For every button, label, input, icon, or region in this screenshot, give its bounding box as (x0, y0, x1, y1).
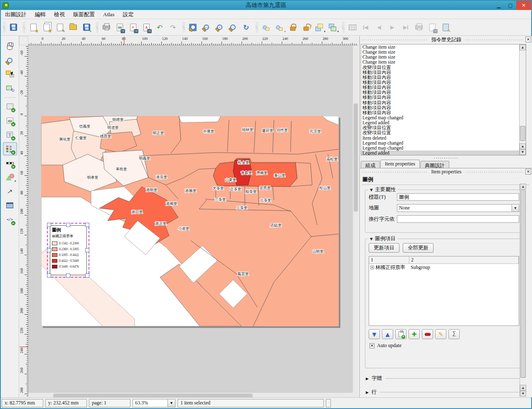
atlas-next-button[interactable]: ▶ (386, 21, 399, 34)
history-entry[interactable]: Change item size (361, 44, 526, 49)
edit-item-button[interactable]: ✎ (435, 329, 446, 339)
history-entry[interactable]: 移動項目內容 (361, 100, 526, 105)
toolbar-drag-handle[interactable] (23, 22, 25, 33)
history-entry[interactable]: 移動項目內容 (361, 85, 526, 90)
load-from-template-button[interactable] (67, 21, 79, 34)
export-pdf-button[interactable]: A→ (140, 21, 153, 34)
add-shape-button[interactable]: ▾ (3, 170, 17, 184)
toolbar-drag-handle[interactable] (256, 22, 258, 33)
history-entry[interactable]: 移動項目內容 (361, 70, 526, 75)
move-item-content-button[interactable]: ↻ (3, 82, 17, 95)
tree-column-2[interactable]: 2 (409, 256, 519, 264)
remove-item-button[interactable] (422, 329, 433, 339)
add-legend-button[interactable]: + (3, 142, 17, 155)
atlas-first-button[interactable]: ◀ (360, 21, 372, 34)
selection-handle[interactable] (47, 223, 51, 227)
add-item-button[interactable]: ✚ (409, 329, 420, 339)
atlas-last-button[interactable]: ▶ (399, 21, 412, 34)
scroll-up-icon[interactable]: ▲ (520, 44, 526, 50)
map-select[interactable]: None ▼ (397, 204, 519, 212)
add-html-button[interactable]: </>+ (3, 213, 17, 226)
save-as-template-button[interactable]: ✎ (80, 21, 93, 34)
select-move-item-button[interactable] (260, 21, 272, 34)
history-entry[interactable]: Legend map changed (361, 115, 526, 120)
select-move-item-button[interactable] (3, 68, 17, 81)
undo-button[interactable]: ↶ (153, 21, 166, 34)
history-entry[interactable]: Change item size (361, 54, 526, 59)
export-image-button[interactable]: → (113, 21, 126, 34)
zoom-in-button[interactable]: + (213, 21, 226, 34)
history-entry[interactable]: 移動項目內容 (361, 95, 526, 100)
wrap-char-input[interactable] (397, 215, 519, 223)
new-composition-button[interactable]: ★ (27, 21, 39, 34)
selection-handle[interactable] (66, 273, 70, 278)
atlas-export-button[interactable]: → (426, 21, 438, 34)
export-svg-button[interactable]: ✳→ (127, 21, 139, 34)
chevron-down-icon[interactable]: ▼ (512, 204, 519, 212)
history-entry[interactable]: Legend added (361, 120, 526, 125)
unlock-items-button[interactable] (300, 21, 312, 34)
section-2[interactable]: ▶行 (366, 389, 522, 396)
add-arrow-button[interactable]: ↗ (3, 185, 17, 198)
move-item-content-button[interactable]: ▪ (273, 21, 286, 34)
tree-row-layer[interactable]: + 林國正得票率 Subgroup (369, 264, 519, 271)
history-entry[interactable]: Legend map changed (361, 140, 526, 145)
atlas-preview-button[interactable] (346, 21, 359, 34)
zoom-button[interactable] (3, 54, 17, 67)
history-entry[interactable]: 改變項目位置 (361, 125, 526, 130)
selection-handle[interactable] (85, 223, 89, 227)
atlas-print-button[interactable] (413, 21, 425, 34)
selection-handle[interactable] (47, 273, 51, 278)
add-group-button[interactable] (395, 329, 406, 339)
legend-items-header[interactable]: ▼圖例項目 (368, 235, 398, 242)
add-map-button[interactable]: + (3, 100, 17, 113)
duplicate-composition-button[interactable]: ★ (40, 21, 53, 34)
expand-icon[interactable]: + (370, 266, 374, 269)
history-entry[interactable]: Legend added (361, 150, 526, 155)
menu-item-5[interactable]: Atlas (99, 10, 118, 19)
chevron-down-icon[interactable]: ▼ (167, 399, 175, 407)
composer-canvas[interactable]: 信義里明禮里明道里興化里仁愛里德昌里明正里明義里草衙里明孝里港后里港明里港興里港… (28, 45, 352, 392)
move-item-up-button[interactable]: ▲ (382, 329, 393, 339)
composition-manager-button[interactable]: ✎ (54, 21, 66, 34)
tab-2[interactable]: Item properties (380, 160, 420, 168)
add-image-button[interactable]: + (3, 114, 17, 127)
legend-items-tree[interactable]: 1 2 + 林國正得票率 Subgroup (369, 256, 519, 326)
history-entry[interactable]: Item deleted (361, 136, 526, 140)
tab-1[interactable]: 組成 (361, 161, 380, 168)
history-entry[interactable]: 移動項目內容 (361, 75, 526, 80)
raise-items-button[interactable]: ▾ (326, 21, 339, 34)
update-item-button[interactable]: 更新項目 (369, 243, 399, 253)
history-entry[interactable]: Change item size (361, 49, 526, 54)
properties-scrollbar[interactable]: ▲ ▲ ▼ (520, 184, 526, 397)
scroll-up2-icon[interactable]: ▲ (520, 385, 526, 391)
scroll-down-icon[interactable]: ▼ (520, 391, 526, 397)
menu-item-4[interactable]: 版面配置 (69, 10, 99, 19)
legend-title-input[interactable] (397, 193, 519, 201)
refresh-view-button[interactable]: ↻ (240, 21, 252, 34)
history-entry[interactable]: 改變項目位置 (361, 65, 526, 70)
group-items-button[interactable]: ▾ (313, 21, 325, 34)
composition-page[interactable]: 信義里明禮里明道里興化里仁愛里德昌里明正里明義里草衙里明孝里港后里港明里港興里港… (41, 116, 339, 326)
tree-column-1[interactable]: 1 (369, 256, 409, 264)
history-close-icon[interactable]: ✕ (525, 37, 531, 42)
add-attribute-table-button[interactable] (3, 199, 17, 212)
print-button[interactable] (100, 21, 113, 34)
scroll-up2-icon[interactable]: ▲ (520, 143, 526, 149)
panel-splitter[interactable] (360, 156, 532, 160)
count-features-button[interactable]: Σ (448, 329, 460, 339)
canvas-vertical-scrollbar[interactable] (352, 45, 358, 392)
atlas-settings-button[interactable]: ✎ (439, 21, 452, 34)
update-all-button[interactable]: 全部更新 (403, 243, 433, 253)
history-entry[interactable]: 移動項目內容 (361, 105, 526, 110)
toolbar-drag-handle[interactable] (182, 22, 185, 33)
zoom-full-button[interactable] (187, 21, 199, 34)
item-properties-close-icon[interactable]: ✕ (525, 169, 531, 175)
history-entry[interactable]: 改變項目位置 (361, 130, 526, 135)
history-entry[interactable]: Legend map changed (361, 145, 526, 150)
scroll-down-icon[interactable]: ▼ (520, 149, 526, 155)
redo-button[interactable]: ↷ (167, 21, 179, 34)
history-entry[interactable]: Change item size (361, 59, 526, 64)
lock-items-button[interactable] (286, 21, 299, 34)
toolbar-drag-handle[interactable] (96, 22, 99, 33)
